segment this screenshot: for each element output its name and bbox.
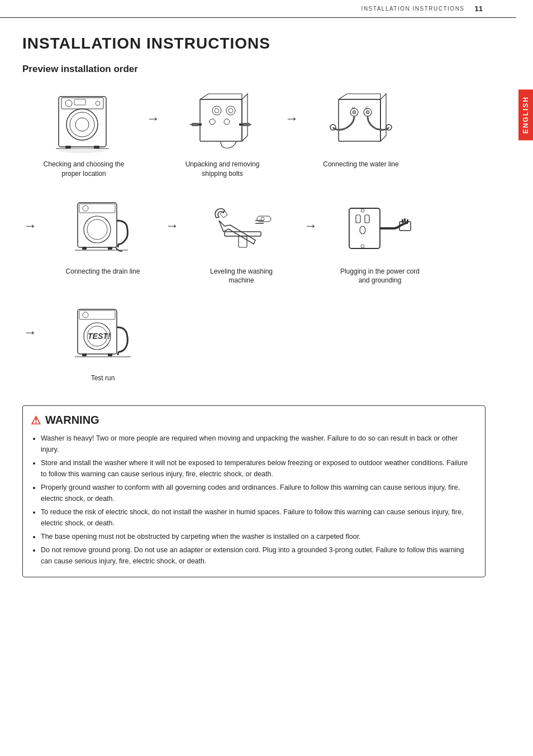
arrow-row3-start: → — [23, 324, 37, 340]
svg-point-33 — [366, 111, 369, 114]
svg-rect-52 — [365, 215, 369, 223]
step-5: Leveling the washing machine — [180, 195, 303, 286]
svg-point-11 — [59, 149, 106, 153]
svg-rect-22 — [239, 123, 244, 126]
svg-point-53 — [360, 226, 365, 234]
svg-point-49 — [261, 217, 264, 221]
svg-point-39 — [84, 216, 111, 243]
svg-text:H: H — [352, 106, 355, 110]
svg-rect-58 — [407, 219, 408, 223]
svg-rect-63 — [79, 310, 115, 319]
svg-rect-9 — [94, 146, 99, 149]
step-7-label: Test run — [91, 374, 115, 383]
warning-box: ⚠ WARNING Washer is heavy! Two or more p… — [22, 405, 486, 577]
svg-point-2 — [70, 112, 94, 137]
section-title: Preview installation order — [22, 64, 486, 75]
arrow-5-6: → — [304, 218, 317, 233]
step-1-image — [45, 88, 123, 155]
svg-point-42 — [83, 205, 88, 211]
warning-list-item: To reduce the risk of electric shock, do… — [41, 506, 475, 529]
step-3-label: Connecting the water line — [323, 160, 398, 169]
arrow-1-2: → — [146, 111, 160, 126]
svg-marker-14 — [242, 94, 248, 141]
step-1: Checking and choosing the proper locatio… — [22, 88, 145, 179]
svg-marker-28 — [339, 94, 380, 99]
svg-rect-27 — [339, 99, 380, 141]
warning-list-item: Store and install the washer where it wi… — [41, 457, 475, 480]
svg-point-3 — [75, 118, 89, 131]
step-2-image — [183, 88, 261, 155]
step-6-label: Plugging in the power cord and grounding — [335, 267, 425, 286]
svg-point-15 — [212, 106, 221, 115]
warning-list: Washer is heavy! Two or more people are … — [31, 433, 475, 567]
step-6: Plugging in the power cord and grounding — [318, 195, 441, 286]
warning-header: ⚠ WARNING — [31, 414, 475, 427]
page-title: INSTALLATION INSTRUCTIONS — [22, 35, 486, 52]
step-6-image — [341, 195, 419, 262]
step-1-label: Checking and choosing the proper locatio… — [39, 160, 129, 179]
step-7: TEST! Test run — [41, 302, 164, 383]
step-3: H C Connecting the water line — [299, 88, 422, 169]
svg-point-31 — [353, 111, 356, 114]
svg-rect-59 — [404, 218, 406, 222]
language-tab: ENGLISH — [518, 89, 533, 140]
svg-point-6 — [96, 101, 100, 106]
svg-point-25 — [210, 119, 215, 125]
step-4: Connecting the drain line — [41, 195, 164, 276]
arrow-row2-start: → — [23, 218, 37, 233]
step-3-image: H C — [322, 88, 400, 155]
svg-point-40 — [87, 219, 107, 240]
header-title: INSTALLATION INSTRUCTIONS — [361, 6, 465, 12]
warning-list-item: Properly ground washer to conform with a… — [41, 482, 475, 504]
warning-icon: ⚠ — [31, 414, 41, 427]
svg-rect-43 — [82, 247, 87, 250]
svg-rect-66 — [82, 353, 87, 356]
svg-rect-51 — [356, 215, 360, 223]
svg-rect-41 — [79, 204, 115, 213]
svg-rect-8 — [65, 146, 71, 149]
svg-point-18 — [229, 108, 233, 113]
svg-point-55 — [361, 245, 364, 248]
step-5-image — [202, 195, 280, 262]
page-header: INSTALLATION INSTRUCTIONS 11 — [0, 0, 516, 18]
warning-list-item: The base opening must not be obstructed … — [41, 531, 475, 542]
svg-point-54 — [361, 209, 364, 212]
arrow-2-3: → — [285, 111, 298, 126]
step-7-image: TEST! — [64, 302, 142, 369]
step-2: Unpacking and removing shipping bolts — [161, 88, 284, 179]
svg-marker-13 — [200, 94, 242, 99]
step-2-label: Unpacking and removing shipping bolts — [178, 160, 267, 179]
svg-rect-50 — [349, 208, 380, 248]
installation-steps: Checking and choosing the proper locatio… — [22, 88, 486, 389]
step-5-label: Leveling the washing machine — [197, 267, 286, 286]
svg-rect-44 — [108, 247, 112, 250]
svg-rect-20 — [192, 123, 198, 126]
warning-list-item: Washer is heavy! Two or more people are … — [41, 433, 475, 455]
page-number: 11 — [475, 4, 483, 13]
svg-point-1 — [66, 109, 98, 140]
svg-marker-29 — [380, 94, 386, 141]
arrow-4-5: → — [165, 218, 179, 233]
svg-rect-23 — [243, 123, 250, 126]
warning-title: WARNING — [45, 414, 99, 427]
svg-rect-7 — [74, 99, 85, 105]
svg-rect-38 — [78, 203, 117, 247]
warning-list-item: Do not remove ground prong. Do not use a… — [41, 544, 475, 567]
svg-rect-57 — [402, 219, 403, 223]
svg-rect-67 — [108, 353, 112, 356]
steps-row-1: Checking and choosing the proper locatio… — [22, 88, 486, 179]
svg-rect-12 — [200, 99, 242, 141]
svg-point-17 — [226, 106, 235, 115]
svg-point-26 — [224, 119, 230, 125]
steps-row-3: → TEST! — [22, 302, 486, 383]
svg-point-16 — [215, 108, 219, 113]
svg-text:C: C — [365, 106, 368, 110]
step-4-image — [64, 195, 142, 262]
svg-text:TEST!: TEST! — [88, 332, 111, 341]
svg-rect-0 — [59, 97, 106, 147]
step-4-label: Connecting the drain line — [66, 267, 140, 276]
svg-point-64 — [83, 312, 88, 318]
svg-point-5 — [65, 100, 72, 107]
steps-row-2: → — [22, 195, 486, 286]
